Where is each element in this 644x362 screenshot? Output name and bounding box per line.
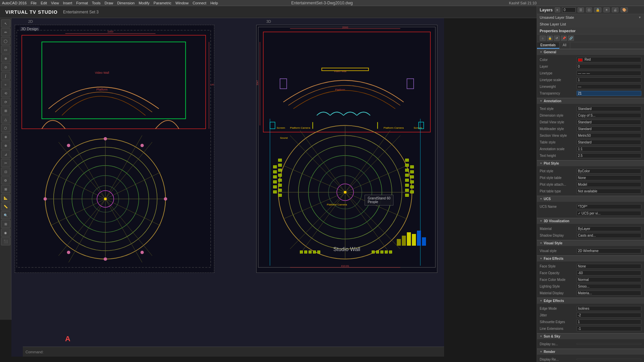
layer-icon2[interactable]: ☰ <box>578 7 584 12</box>
ucs-per-v-value[interactable]: ✓ UCS per vi... <box>577 211 641 216</box>
tool-square2[interactable]: ⊠ <box>1 185 10 193</box>
tool-box[interactable]: ⊡ <box>1 168 10 176</box>
text-height-value[interactable]: 2.5 <box>577 153 641 158</box>
section-3d-viz[interactable]: 3D Visualization <box>537 218 644 224</box>
linetype-scale-value[interactable]: 1 <box>577 77 641 82</box>
multileader-value[interactable]: Standard <box>577 126 641 131</box>
lighting-style-value[interactable]: Smoo... <box>577 284 641 289</box>
props-icon-lock[interactable]: 🔒 <box>547 36 553 41</box>
tool-plus[interactable]: ⊕ <box>1 141 10 149</box>
section-render[interactable]: Render <box>537 349 644 355</box>
viewport-3d[interactable]: Platform Camera Platform Camera Screen S… <box>256 25 437 273</box>
section-general[interactable]: General <box>537 49 644 55</box>
color-value[interactable]: Red <box>577 57 641 62</box>
linetype-value[interactable]: — — — <box>577 71 641 76</box>
props-icon-home[interactable]: ⌂ <box>540 36 546 41</box>
tool-arc[interactable]: ∫ <box>1 72 10 80</box>
menu-file[interactable]: File <box>31 1 37 5</box>
transparency-value[interactable]: 21 <box>577 91 641 96</box>
material-display-value[interactable]: Materia... <box>577 291 641 296</box>
tool-rotate-right[interactable]: ⟳ <box>1 98 10 106</box>
menu-window[interactable]: Window <box>175 1 189 5</box>
tool-target[interactable]: ◉ <box>1 229 10 237</box>
table-style-value[interactable]: Standard <box>577 140 641 145</box>
face-color-mode-value[interactable]: Normal <box>577 277 641 282</box>
unsaved-layer-state[interactable]: Unsaved Layer State ▼ <box>537 14 644 21</box>
plot-type-value[interactable]: Not available <box>577 189 641 194</box>
shadow-value[interactable]: Casts and... <box>577 233 641 238</box>
layer-icon7[interactable]: 🎨 <box>621 7 628 12</box>
layer-icon3[interactable]: ⊡ <box>586 7 592 12</box>
section-face-effects[interactable]: Face Effects <box>537 255 644 261</box>
layer-value[interactable]: 0 <box>577 64 641 69</box>
tool-zoom[interactable]: ⊙ <box>1 63 10 71</box>
display-su-value[interactable] <box>577 343 641 345</box>
menu-insert[interactable]: Insert <box>63 1 72 5</box>
menu-draw[interactable]: Draw <box>105 1 113 5</box>
props-icon-pin[interactable]: 📌 <box>561 36 567 41</box>
plot-table-value[interactable]: None <box>577 175 641 180</box>
tool-search[interactable]: 🔍 <box>1 211 10 219</box>
tool-cross[interactable]: ⊗ <box>1 133 10 141</box>
tab-essentials[interactable]: Essentials <box>537 42 559 49</box>
face-style-value[interactable]: None <box>577 264 641 269</box>
tool-ruler[interactable]: 📏 <box>1 202 10 210</box>
tool-layers[interactable]: ⊞ <box>1 220 10 228</box>
tool-rotate-left[interactable]: ⟲ <box>1 89 10 97</box>
props-icon-refresh[interactable]: ↺ <box>554 36 560 41</box>
menu-tools[interactable]: Tools <box>92 1 101 5</box>
section-plot-style[interactable]: Plot Style <box>537 160 644 166</box>
tool-pencil[interactable]: ✏ <box>1 28 10 36</box>
section-sun-sky[interactable]: Sun & Sky <box>537 333 644 339</box>
menu-format[interactable]: Format <box>76 1 88 5</box>
section-visual-style[interactable]: Visual Style <box>537 240 644 246</box>
tool-rect[interactable]: ▭ <box>1 46 10 54</box>
tool-gear[interactable]: ⚙ <box>1 176 10 184</box>
tab-all[interactable]: All <box>559 42 570 49</box>
tool-select[interactable]: ↖ <box>1 19 10 27</box>
menu-parametric[interactable]: Parametric <box>154 1 171 5</box>
menu-help[interactable]: Help <box>210 1 218 5</box>
section-edge-effects[interactable]: Edge Effects <box>537 298 644 304</box>
command-input[interactable] <box>46 350 113 354</box>
plot-attach-value[interactable]: Model <box>577 182 641 187</box>
display-re-value[interactable] <box>577 359 641 360</box>
plot-style-value[interactable]: ByColor <box>577 169 641 174</box>
menu-view[interactable]: View <box>51 1 59 5</box>
section-ucs[interactable]: UCS <box>537 196 644 202</box>
silhouette-value[interactable]: 1 <box>577 319 641 324</box>
menu-connect[interactable]: Connect <box>193 1 206 5</box>
layer-icon4[interactable]: 🔒 <box>594 7 601 12</box>
menu-dimension[interactable]: Dimension <box>117 1 135 5</box>
menu-modify[interactable]: Modify <box>139 1 149 5</box>
face-opacity-value[interactable]: -60 <box>577 270 641 276</box>
material-value[interactable]: ByLayer <box>577 226 641 231</box>
menu-edit[interactable]: Edit <box>41 1 47 5</box>
tool-cut[interactable]: ✂ <box>1 159 10 167</box>
line-ext-value[interactable]: -1 <box>577 326 641 331</box>
ucs-name-value[interactable]: *TOP* <box>577 204 641 209</box>
show-layer-list[interactable]: Show Layer List <box>537 21 644 27</box>
layer-icon5[interactable]: ☀ <box>603 7 610 12</box>
viewport-2d[interactable]: 3D Design Video Wall Platform <box>15 25 214 273</box>
tool-triange2[interactable]: ⊿ <box>1 150 10 158</box>
tool-grid[interactable]: ⊞ <box>1 107 10 115</box>
layer-number[interactable] <box>562 7 576 12</box>
layer-icon6[interactable]: 🖨 <box>612 7 619 12</box>
section-view-value[interactable]: Metric50 <box>577 133 641 138</box>
layer-icon1[interactable]: ≡ <box>555 7 560 12</box>
tool-fill[interactable]: ⬛ <box>1 237 10 245</box>
annotation-scale-value[interactable]: 1:1 <box>577 146 641 152</box>
tool-wave[interactable]: ≈ <box>1 80 10 88</box>
dim-style-value[interactable]: Copy of S... <box>577 113 641 118</box>
edge-mode-value[interactable]: Isolines <box>577 306 641 311</box>
detail-view-value[interactable]: Standard <box>577 120 641 125</box>
menu-autocad[interactable]: AutoCAD 2016 <box>2 1 26 5</box>
section-annotation[interactable]: Annotation <box>537 98 644 104</box>
text-style-value[interactable]: Standard <box>577 106 641 111</box>
tool-hex[interactable]: ⬡ <box>1 124 10 132</box>
tool-triangle[interactable]: △ <box>1 115 10 123</box>
props-icon-link[interactable]: 🔗 <box>568 36 574 41</box>
tool-measure[interactable]: 📐 <box>1 194 10 202</box>
jitter-value[interactable]: -2 <box>577 313 641 318</box>
